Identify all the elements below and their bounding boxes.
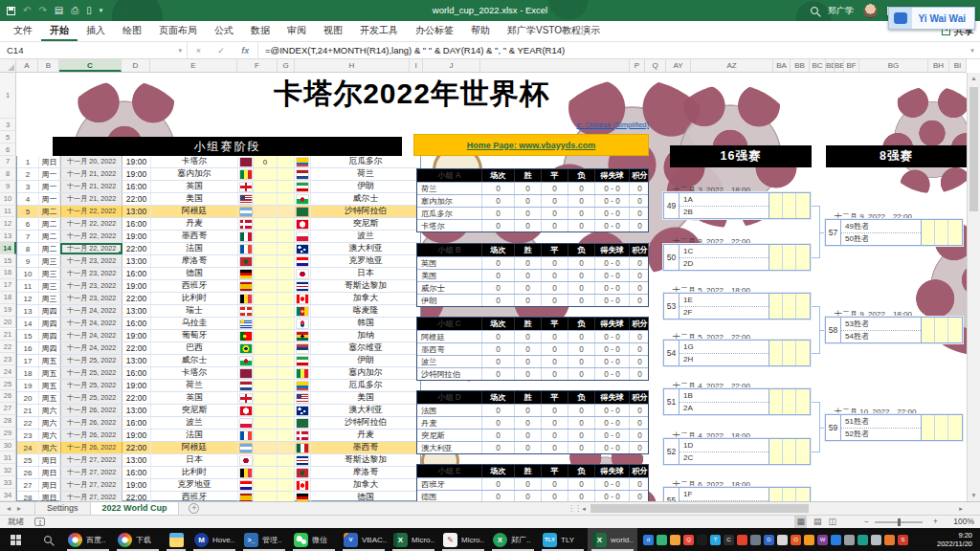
match-number-cell[interactable]: 3 bbox=[17, 181, 39, 192]
group-stat-cell[interactable]: 0 bbox=[542, 417, 568, 429]
bracket-score-cell[interactable] bbox=[922, 415, 935, 440]
home-page-banner[interactable]: Home Page: www.vbayyds.com bbox=[413, 134, 649, 156]
match-number-cell[interactable]: 25 bbox=[17, 454, 39, 466]
bracket-team-bottom[interactable]: 2C bbox=[679, 452, 768, 465]
match-number-cell[interactable]: 11 bbox=[17, 280, 39, 292]
match-date-cell[interactable]: 十一月 23, 2022 bbox=[60, 293, 122, 304]
group-team-cell[interactable]: 澳大利亚 bbox=[417, 442, 482, 453]
group-team-cell[interactable]: 沙特阿拉伯 bbox=[417, 368, 482, 380]
name-box[interactable]: C14▾ bbox=[0, 42, 188, 58]
away-team-cell[interactable]: 加拿大 bbox=[311, 479, 420, 491]
home-team-cell[interactable]: 卡塔尔 bbox=[151, 156, 238, 167]
away-team-cell[interactable]: 荷兰 bbox=[311, 168, 420, 180]
row-header-19[interactable]: 19 bbox=[0, 304, 16, 317]
match-day-cell[interactable]: 周一 bbox=[39, 181, 60, 192]
column-header-az[interactable]: AZ bbox=[691, 59, 773, 72]
group-team-cell[interactable]: 威尔士 bbox=[417, 282, 482, 294]
home-team-cell[interactable]: 德国 bbox=[151, 268, 238, 279]
group-stat-cell[interactable]: 0 - 0 bbox=[595, 257, 630, 269]
match-date-cell[interactable]: 十一月 27, 2022 bbox=[60, 454, 122, 466]
row-header-22[interactable]: 22 bbox=[0, 341, 16, 353]
home-team-cell[interactable]: 波兰 bbox=[151, 417, 238, 429]
row-header-15[interactable]: 15 bbox=[0, 254, 16, 267]
group-stat-cell[interactable]: 0 bbox=[568, 368, 595, 380]
home-score-cell[interactable] bbox=[254, 268, 278, 279]
row-header-18[interactable]: 18 bbox=[0, 292, 16, 304]
away-score-cell[interactable] bbox=[278, 380, 295, 391]
match-number-cell[interactable]: 10 bbox=[17, 268, 39, 279]
tray-icon-10[interactable] bbox=[777, 535, 788, 545]
home-team-cell[interactable]: 西班牙 bbox=[151, 492, 238, 501]
column-header-i[interactable]: I bbox=[410, 59, 423, 72]
match-number-cell[interactable]: 12 bbox=[17, 293, 39, 304]
match-day-cell[interactable]: 周五 bbox=[39, 355, 60, 366]
bracket-team-top[interactable]: 1G bbox=[679, 341, 768, 353]
match-number-cell[interactable]: 24 bbox=[17, 442, 39, 453]
home-team-cell[interactable]: 威尔士 bbox=[151, 355, 238, 366]
home-score-cell[interactable] bbox=[254, 293, 278, 304]
match-number-cell[interactable]: 14 bbox=[17, 318, 39, 329]
match-day-cell[interactable]: 周一 bbox=[39, 168, 60, 180]
group-team-cell[interactable]: 西班牙 bbox=[417, 478, 482, 490]
bracket-score-cell[interactable] bbox=[769, 488, 783, 501]
away-team-cell[interactable]: 伊朗 bbox=[311, 355, 420, 366]
group-team-cell[interactable]: 英国 bbox=[417, 257, 482, 269]
away-score-cell[interactable] bbox=[278, 206, 295, 217]
taskbar-app-11[interactable]: Xworld.. bbox=[588, 528, 637, 551]
home-score-cell[interactable]: 0 bbox=[254, 156, 278, 167]
home-score-cell[interactable] bbox=[254, 479, 278, 491]
tray-icon-9[interactable]: D bbox=[764, 535, 774, 545]
group-stat-cell[interactable]: 0 bbox=[630, 343, 650, 355]
taskbar-app-1[interactable]: 下载 bbox=[113, 528, 163, 551]
match-time-cell[interactable]: 13:00 bbox=[122, 405, 151, 416]
away-score-cell[interactable] bbox=[278, 255, 295, 267]
bracket-score-cell[interactable] bbox=[948, 415, 962, 440]
bracket-team-top[interactable]: 49胜者 bbox=[841, 220, 921, 232]
name-box-dropdown-icon[interactable]: ▾ bbox=[178, 42, 182, 58]
group-stat-cell[interactable]: 0 bbox=[482, 417, 515, 429]
group-stat-cell[interactable]: 0 - 0 bbox=[595, 442, 630, 453]
match-time-cell[interactable]: 22:00 bbox=[122, 193, 151, 205]
row-header-34[interactable]: 34 bbox=[0, 489, 16, 501]
formula-bar-expand-icon[interactable]: ▾ bbox=[965, 42, 980, 58]
away-team-cell[interactable]: 波兰 bbox=[311, 231, 420, 242]
row-header-10[interactable]: 10 bbox=[0, 193, 16, 206]
group-stat-cell[interactable]: 0 bbox=[542, 478, 568, 490]
home-team-cell[interactable]: 巴西 bbox=[151, 342, 238, 354]
home-score-cell[interactable] bbox=[254, 492, 278, 501]
ribbon-tab-3[interactable]: 绘图 bbox=[114, 21, 150, 41]
group-stat-cell[interactable]: 0 bbox=[630, 368, 650, 380]
home-page-link[interactable]: Home Page: www.vbayyds.com bbox=[467, 141, 596, 150]
home-score-cell[interactable] bbox=[254, 467, 278, 478]
group-stat-cell[interactable]: 0 bbox=[568, 270, 595, 281]
ribbon-tab-8[interactable]: 视图 bbox=[315, 21, 351, 41]
taskbar-app-9[interactable]: X郑广.. bbox=[488, 528, 538, 551]
group-stat-cell[interactable]: 0 bbox=[542, 295, 568, 306]
match-number-cell[interactable]: 21 bbox=[17, 405, 39, 416]
ribbon-tab-9[interactable]: 开发工具 bbox=[351, 21, 407, 41]
column-header-q[interactable]: Q bbox=[645, 59, 666, 72]
bracket-team-bottom[interactable]: 2F bbox=[679, 306, 768, 320]
home-score-cell[interactable] bbox=[254, 355, 278, 366]
home-team-cell[interactable]: 摩洛哥 bbox=[151, 255, 238, 267]
match-day-cell[interactable]: 周三 bbox=[39, 268, 60, 279]
away-team-cell[interactable]: 丹麦 bbox=[311, 430, 420, 441]
match-date-cell[interactable]: 十一月 24, 2022 bbox=[60, 342, 122, 354]
match-time-cell[interactable]: 22:00 bbox=[122, 293, 151, 304]
away-team-cell[interactable]: 澳大利亚 bbox=[311, 243, 420, 254]
ribbon-tab-5[interactable]: 公式 bbox=[206, 21, 242, 41]
formula-input[interactable]: =@INDEX(T,24+MONTH(R14),lang) & " " & DA… bbox=[258, 42, 965, 58]
away-score-cell[interactable] bbox=[278, 280, 295, 292]
home-team-cell[interactable]: 葡萄牙 bbox=[151, 330, 238, 342]
bracket-score-cell[interactable] bbox=[769, 193, 783, 218]
tray-icon-17[interactable] bbox=[871, 535, 881, 545]
match-date-cell[interactable]: 十一月 22, 2022 bbox=[60, 218, 122, 230]
match-number-cell[interactable]: 13 bbox=[17, 305, 39, 317]
group-stat-cell[interactable]: 0 bbox=[630, 257, 650, 269]
match-date-cell[interactable]: 十一月 20, 2022 bbox=[60, 156, 122, 167]
group-stat-cell[interactable]: 0 bbox=[630, 491, 650, 501]
home-team-cell[interactable]: 乌拉圭 bbox=[151, 318, 238, 329]
match-time-cell[interactable]: 19:00 bbox=[122, 156, 151, 167]
match-number-cell[interactable]: 28 bbox=[17, 492, 39, 501]
match-date-cell[interactable]: 十一月 26, 2022 bbox=[60, 405, 122, 416]
